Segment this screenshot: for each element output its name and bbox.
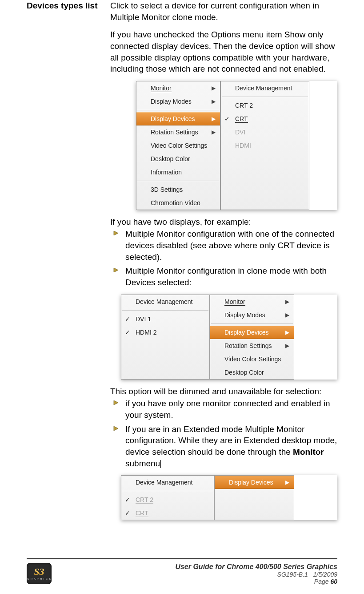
menu2-left-panel: Device Management ✓DVI 1 ✓HDMI 2 (121, 295, 210, 380)
page-footer: S3 G R A P H I C S User Guide for Chrome… (0, 558, 364, 585)
svg-marker-3 (114, 426, 118, 431)
bullet-list-1: Multiple Monitor configuration with one … (110, 228, 337, 288)
bullet-item: if you have only one monitor connected a… (110, 398, 337, 420)
menu-separator (137, 181, 219, 181)
menu-item-desktop-color: Desktop Color (136, 152, 220, 166)
svg-marker-0 (114, 231, 118, 235)
logo-text: S3 (34, 567, 44, 577)
menu-item-desktop-color: Desktop Color (210, 366, 294, 379)
menu-item-information: Information (136, 166, 220, 179)
submenu-arrow-icon: ▶ (212, 98, 216, 105)
menu-item-hdmi-2: ✓HDMI 2 (121, 326, 209, 339)
bullet-arrow-icon (113, 400, 119, 406)
submenu-arrow-icon: ▶ (212, 85, 216, 91)
menu-item-crt-2: CRT 2 (221, 99, 309, 112)
logo-subtext: G R A P H I C S (27, 578, 51, 580)
screenshot-menu-2: Device Management ✓DVI 1 ✓HDMI 2 Monitor… (121, 295, 337, 380)
s3-graphics-logo: S3 G R A P H I C S (27, 563, 52, 584)
menu-item-3d-settings: 3D Settings (136, 183, 220, 196)
menu-item-display-devices: Display Devices▶ (136, 112, 220, 125)
menu-item-dvi-1: ✓DVI 1 (121, 312, 209, 326)
submenu-arrow-icon: ▶ (285, 299, 289, 305)
menu-item-monitor: Monitor▶ (136, 81, 220, 95)
checkmark-icon: ✓ (125, 509, 130, 517)
submenu-arrow-icon: ▶ (285, 343, 289, 349)
intro-dimmed: This option will be dimmed and unavailab… (110, 386, 337, 397)
menu-item-crt: ✓CRT (221, 112, 309, 125)
menu2-right-panel: Monitor▶ Display Modes▶ Display Devices▶… (210, 295, 294, 380)
intro-two-displays: If you have two displays, for example: (110, 216, 337, 228)
menu-item-monitor: Monitor▶ (210, 295, 294, 308)
menu1-left-panel: Monitor▶ Display Modes▶ Display Devices▶… (136, 81, 220, 210)
bullet-item: Multiple Monitor configuration with one … (110, 228, 337, 263)
footer-title: User Guide for Chrome 400/500 Series Gra… (175, 563, 337, 571)
menu-item-display-devices: Display Devices▶ (210, 326, 294, 339)
menu1-right-panel: Device Management CRT 2 ✓CRT DVI HDMI (220, 81, 309, 210)
footer-page-number: Page 60 (175, 578, 337, 585)
menu-item-video-color-settings: Video Color Settings (136, 139, 220, 152)
paragraph-2: If you have unchecked the Options menu i… (110, 29, 337, 75)
menu3-right-panel: Display Devices▶ (214, 475, 294, 520)
menu-item-crt: ✓CRT (121, 506, 214, 520)
menu-separator (122, 491, 213, 491)
checkmark-icon: ✓ (224, 115, 230, 122)
bullet-item: Multiple Monitor configuration in clone … (110, 265, 337, 288)
menu-separator (122, 310, 208, 311)
bullet-arrow-icon (113, 425, 119, 432)
menu-item-device-management: Device Management (221, 81, 309, 95)
submenu-arrow-icon: ▶ (285, 329, 289, 335)
footer-docinfo: SG195-B.1 1/5/2009 (175, 571, 337, 578)
menu-item-display-devices: Display Devices▶ (215, 476, 294, 489)
bullet-arrow-icon (113, 267, 119, 273)
checkmark-icon: ✓ (125, 496, 130, 503)
menu-item-device-management: Device Management (121, 295, 209, 308)
menu-item-video-color-settings: Video Color Settings (210, 352, 294, 366)
menu-separator (222, 97, 308, 97)
menu-item-crt-2: ✓CRT 2 (121, 493, 214, 506)
menu-item-dvi: DVI (221, 125, 309, 139)
menu-item-device-management: Device Management (121, 476, 214, 489)
text-cursor-icon (160, 460, 161, 468)
menu-separator (137, 110, 219, 110)
menu-item-chromotion-video: Chromotion Video (136, 196, 220, 210)
bullet-item: If you are in an Extended mode Multiple … (110, 424, 337, 469)
submenu-arrow-icon: ▶ (212, 129, 216, 135)
checkmark-icon: ✓ (125, 329, 130, 336)
footer-rule (27, 558, 337, 559)
submenu-arrow-icon: ▶ (212, 116, 216, 122)
submenu-arrow-icon: ▶ (285, 312, 289, 318)
submenu-arrow-icon: ▶ (285, 479, 289, 485)
document-page: Devices types list Click to select a dev… (0, 0, 364, 594)
svg-marker-2 (114, 400, 118, 405)
menu3-left-panel: Device Management ✓CRT 2 ✓CRT (121, 475, 214, 520)
bullet-arrow-icon (113, 230, 119, 236)
checkmark-icon: ✓ (125, 315, 130, 323)
menu-item-display-modes: Display Modes▶ (136, 95, 220, 108)
svg-marker-1 (114, 268, 118, 272)
screenshot-menu-1: Monitor▶ Display Modes▶ Display Devices▶… (136, 81, 337, 210)
footer-row: S3 G R A P H I C S User Guide for Chrome… (27, 563, 337, 585)
menu-item-rotation-settings: Rotation Settings▶ (210, 339, 294, 352)
footer-text-block: User Guide for Chrome 400/500 Series Gra… (175, 563, 337, 585)
menu-item-display-modes: Display Modes▶ (210, 308, 294, 322)
menu-separator (211, 323, 293, 324)
screenshot-menu-3: Device Management ✓CRT 2 ✓CRT Display De… (121, 475, 337, 520)
menu-item-hdmi: HDMI (221, 139, 309, 152)
paragraph-1: Click to select a device for current con… (110, 0, 337, 23)
menu-item-rotation-settings: Rotation Settings▶ (136, 125, 220, 139)
two-column-layout: Devices types list Click to select a dev… (27, 0, 337, 526)
row-label-column: Devices types list (27, 0, 98, 526)
row-content-column: Click to select a device for current con… (110, 0, 337, 526)
row-label: Devices types list (27, 0, 98, 12)
bullet-list-2: if you have only one monitor connected a… (110, 398, 337, 469)
